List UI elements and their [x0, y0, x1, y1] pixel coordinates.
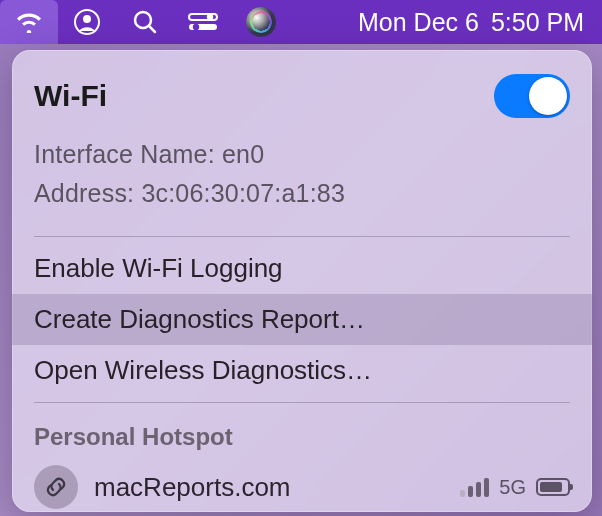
wifi-dropdown-panel: Wi-Fi Interface Name: en0 Address: 3c:06… — [12, 50, 592, 512]
divider — [34, 402, 570, 403]
control-center-menubar-item[interactable] — [174, 0, 232, 44]
battery-icon — [536, 478, 570, 496]
panel-title: Wi-Fi — [34, 79, 107, 113]
menubar-left — [0, 0, 290, 44]
interface-label: Interface Name: — [34, 140, 215, 168]
wifi-icon — [14, 11, 44, 33]
divider — [34, 236, 570, 237]
hotspot-link-icon — [43, 474, 69, 500]
create-diagnostics-report-item[interactable]: Create Diagnostics Report… — [12, 294, 592, 345]
address-line: Address: 3c:06:30:07:a1:83 — [34, 179, 570, 208]
interface-value: en0 — [222, 140, 264, 168]
panel-header: Wi-Fi — [12, 68, 592, 128]
signal-bars-icon — [460, 477, 489, 497]
macos-menubar: Mon Dec 6 5:50 PM — [0, 0, 602, 44]
open-wireless-diagnostics-item[interactable]: Open Wireless Diagnostics… — [12, 345, 592, 396]
search-icon — [132, 9, 158, 35]
hotspot-icon-wrap — [34, 465, 78, 509]
svg-point-1 — [83, 15, 91, 23]
svg-line-3 — [149, 26, 155, 32]
enable-wifi-logging-item[interactable]: Enable Wi-Fi Logging — [12, 243, 592, 294]
wifi-menubar-item[interactable] — [0, 0, 58, 44]
interface-name-line: Interface Name: en0 — [34, 140, 570, 169]
address-label: Address: — [34, 179, 134, 207]
hotspot-row[interactable]: macReports.com 5G — [12, 457, 592, 512]
siri-icon — [246, 7, 276, 37]
wifi-details: Interface Name: en0 Address: 3c:06:30:07… — [12, 128, 592, 230]
network-type: 5G — [499, 476, 526, 499]
wifi-toggle[interactable] — [494, 74, 570, 118]
control-center-icon — [188, 12, 218, 32]
personal-hotspot-label: Personal Hotspot — [12, 409, 592, 457]
address-value: 3c:06:30:07:a1:83 — [141, 179, 345, 207]
menubar-date: Mon Dec 6 — [358, 8, 479, 37]
account-circle-icon — [73, 8, 101, 36]
menubar-clock[interactable]: Mon Dec 6 5:50 PM — [358, 8, 594, 37]
hotspot-name: macReports.com — [94, 472, 444, 503]
menubar-time: 5:50 PM — [491, 8, 584, 37]
svg-point-5 — [207, 14, 213, 20]
siri-menubar-item[interactable] — [232, 0, 290, 44]
account-menubar-item[interactable] — [58, 0, 116, 44]
hotspot-status: 5G — [460, 476, 570, 499]
toggle-knob — [529, 77, 567, 115]
spotlight-menubar-item[interactable] — [116, 0, 174, 44]
svg-point-7 — [193, 24, 199, 30]
